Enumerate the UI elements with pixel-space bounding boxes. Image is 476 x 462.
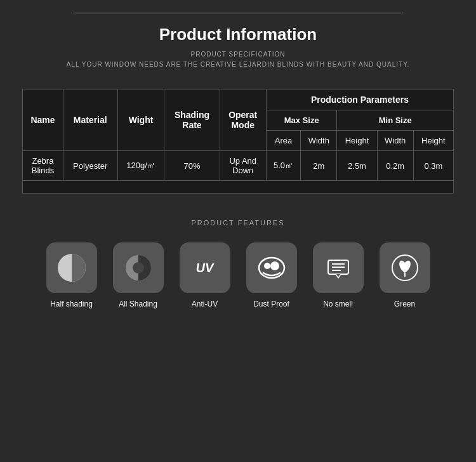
feature-anti-uv: UV Anti-UV (175, 242, 235, 308)
features-grid: Half shading All Shading UV Anti-UV (22, 242, 454, 308)
green-icon (380, 242, 430, 293)
cell-max-width: 2m (301, 151, 337, 181)
col-min-size: Min Size (337, 110, 454, 131)
dust-proof-icon (246, 242, 297, 293)
col-shading-rate: ShadingRate (164, 89, 220, 151)
product-table-wrapper: Name Material Wight ShadingRate OperatMo… (22, 89, 454, 194)
col-name: Name (23, 89, 63, 151)
col-production-params: Production Parameters (266, 89, 453, 110)
half-shading-label: Half shading (50, 300, 93, 308)
col-min-height: Height (413, 131, 453, 151)
table-row: ZebraBlinds Polyester 120g/㎡ 70% Up AndD… (23, 151, 454, 181)
feature-no-smell: No smell (308, 242, 368, 308)
feature-all-shading: All Shading (108, 242, 168, 308)
table-empty-row (23, 181, 454, 194)
col-max-height: Height (337, 131, 377, 151)
svg-point-2 (133, 262, 144, 274)
half-shading-icon (46, 242, 97, 293)
col-material: Material (63, 89, 117, 151)
col-wight: Wight (117, 89, 164, 151)
col-max-width: Width (301, 131, 337, 151)
all-shading-icon (113, 242, 164, 293)
svg-point-5 (270, 261, 279, 270)
features-label: PRODUCT FEATURES (22, 219, 454, 227)
cell-min-width: 0.2m (377, 151, 413, 181)
cell-shading-rate: 70% (164, 151, 220, 181)
green-label: Green (394, 300, 415, 308)
feature-green: Green (374, 242, 435, 308)
anti-uv-icon: UV (180, 242, 230, 293)
cell-material: Polyester (63, 151, 117, 181)
col-min-width: Width (377, 131, 413, 151)
cell-max-area: 5.0㎡ (266, 151, 300, 181)
section-header: Product Information PRODUCT SPECIFICATIO… (67, 25, 410, 70)
features-section: PRODUCT FEATURES Half shading (22, 219, 454, 308)
col-max-size: Max Size (266, 110, 337, 131)
feature-dust-proof: Dust Proof (241, 242, 301, 308)
col-operat-mode: OperatMode (220, 89, 266, 151)
cell-max-height: 2.5m (337, 151, 377, 181)
top-divider (73, 13, 403, 13)
product-table: Name Material Wight ShadingRate OperatMo… (22, 89, 454, 194)
cell-wight: 120g/㎡ (117, 151, 164, 181)
no-smell-label: No smell (323, 300, 353, 308)
feature-half-shading: Half shading (41, 242, 102, 308)
svg-point-4 (264, 263, 270, 269)
cell-name: ZebraBlinds (23, 151, 63, 181)
dust-proof-label: Dust Proof (253, 300, 289, 308)
cell-min-height: 0.3m (413, 151, 453, 181)
subtitle-line1: PRODUCT SPECIFICATION (67, 50, 410, 60)
anti-uv-label: Anti-UV (192, 300, 218, 308)
subtitle-line2: ALL YOUR WINDOW NEEDS ARE THE CREATIVE L… (67, 60, 410, 70)
col-area: Area (266, 131, 300, 151)
all-shading-label: All Shading (119, 300, 157, 308)
no-smell-icon (313, 242, 364, 293)
cell-operat-mode: Up AndDown (220, 151, 266, 181)
svg-point-0 (59, 255, 84, 280)
page-title: Product Information (67, 25, 410, 44)
